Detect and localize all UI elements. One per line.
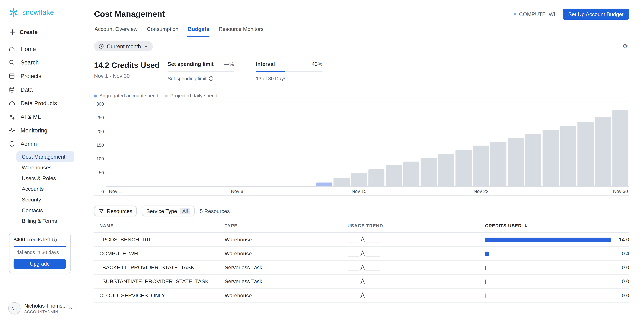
table-row[interactable]: CLOUD_SERVICES_ONLYWarehouse0.0 (94, 288, 629, 302)
sidebar-item-search[interactable]: Search (0, 56, 80, 69)
warehouse-context[interactable]: COMPUTE_WH (514, 11, 558, 17)
interval-days: 13 of 30 Days (256, 76, 286, 81)
chart-bar-projected-daily-spend[interactable] (595, 117, 611, 186)
y-axis-tick: 100 (93, 156, 104, 161)
resource-type: Warehouse (225, 250, 348, 256)
user-menu[interactable]: NT Nicholas Thoms... ACCOUNTADMIN (0, 297, 80, 322)
chart-bar-projected-daily-spend[interactable] (334, 178, 350, 186)
column-header-type[interactable]: TYPE (225, 223, 348, 228)
sidebar-subitem-warehouses[interactable]: Warehouses (16, 162, 74, 173)
tab-consumption[interactable]: Consumption (146, 26, 179, 37)
tab-account-overview[interactable]: Account Overview (94, 26, 138, 37)
chart-bar-projected-daily-spend[interactable] (525, 134, 542, 186)
column-header-usage-trend[interactable]: USAGE TREND (348, 223, 485, 228)
table-row[interactable]: TPCDS_BENCH_10TWarehouse14.0 (94, 233, 629, 247)
setup-account-budget-button[interactable]: Set Up Account Budget (562, 9, 629, 20)
create-button[interactable]: Create (0, 24, 80, 42)
create-label: Create (20, 29, 38, 35)
chart-bar-aggregated-account-spend[interactable] (316, 182, 332, 186)
summary-row: 14.2 Credits Used Nov 1 - Nov 30 Set spe… (94, 61, 629, 81)
resource-type: Serverless Task (225, 278, 348, 284)
sidebar-subitem-users-roles[interactable]: Users & Roles (16, 173, 74, 183)
resource-type: Warehouse (225, 292, 348, 298)
y-axis-tick: 0 (93, 189, 104, 194)
activity-icon (8, 126, 16, 134)
sidebar-item-ai-ml[interactable]: AI & ML (0, 110, 80, 123)
table-row[interactable]: COMPUTE_WHWarehouse0.4 (94, 247, 629, 260)
resources-table-header: NAME TYPE USAGE TREND CREDITS USED (94, 223, 629, 233)
service-type-label: Service Type (146, 208, 177, 214)
legend-item-aggregated-account-spend: Aggregated account spend (94, 93, 158, 99)
chart-bar-projected-daily-spend[interactable] (351, 173, 367, 186)
refresh-icon[interactable]: ⟳ (622, 42, 629, 50)
chart-bar-projected-daily-spend[interactable] (560, 126, 576, 186)
snowflake-logo-icon (8, 8, 19, 18)
sidebar-item-label: Home (20, 46, 36, 52)
chart-bar-projected-daily-spend[interactable] (578, 122, 594, 186)
chart-bar-projected-daily-spend[interactable] (403, 162, 420, 186)
interval-label: Interval (256, 61, 275, 67)
chart-bar-projected-daily-spend[interactable] (490, 142, 507, 186)
info-icon[interactable] (208, 76, 213, 81)
resources-filter-label: Resources (107, 208, 132, 214)
section-divider (94, 195, 629, 196)
resources-filter-chip[interactable]: Resources (94, 205, 137, 216)
warehouse-name: COMPUTE_WH (519, 11, 558, 17)
upgrade-button[interactable]: Upgrade (14, 259, 66, 269)
table-row[interactable]: _SUBSTANTIATE_PROVIDER_STATE_TASKServerl… (94, 275, 629, 288)
sidebar-subitem-billing-terms[interactable]: Billing & Terms (16, 215, 74, 226)
cloud-icon (8, 99, 16, 107)
legend-dot (165, 94, 168, 97)
spending-limit-track (168, 71, 234, 72)
y-axis-tick: 200 (93, 129, 104, 134)
chart-bar-projected-daily-spend[interactable] (368, 169, 385, 186)
snowflake-logo[interactable]: snowflake (0, 0, 80, 24)
sidebar-item-data-products[interactable]: Data Products (0, 96, 80, 110)
info-icon[interactable] (52, 237, 57, 242)
plus-icon (10, 29, 15, 35)
sidebar-subitem-cost-management[interactable]: Cost Management (16, 151, 74, 162)
interval-value: 43% (312, 61, 322, 67)
chart-bar-projected-daily-spend[interactable] (456, 150, 472, 186)
x-axis-tick: Nov 22 (474, 189, 488, 194)
column-header-credits-used[interactable]: CREDITS USED (485, 223, 629, 228)
usage-trend-sparkline (348, 235, 485, 244)
search-icon (8, 59, 16, 66)
chart-bar-projected-daily-spend[interactable] (612, 110, 629, 186)
credits-value: 0.0 (613, 264, 629, 271)
sidebar-item-admin[interactable]: Admin (0, 137, 80, 151)
sidebar-item-home[interactable]: Home (0, 42, 80, 56)
chart-bar-projected-daily-spend[interactable] (543, 130, 559, 186)
sidebar-subitem-security[interactable]: Security (16, 194, 74, 205)
tab-budgets[interactable]: Budgets (188, 26, 210, 37)
tab-resource-monitors[interactable]: Resource Monitors (218, 26, 264, 37)
usage-trend-sparkline (348, 277, 485, 285)
service-type-filter-chip[interactable]: Service Type All (142, 205, 195, 216)
sidebar-item-data[interactable]: Data (0, 83, 80, 96)
chevron-up-icon (68, 306, 73, 311)
chart-bar-projected-daily-spend[interactable] (473, 146, 489, 186)
y-axis-tick: 300 (93, 102, 104, 106)
y-axis-tick: 50 (93, 170, 104, 175)
column-header-name[interactable]: NAME (94, 223, 225, 228)
sidebar-item-label: Projects (20, 73, 41, 79)
chart-bar-projected-daily-spend[interactable] (508, 138, 524, 186)
chart-bar-projected-daily-spend[interactable] (386, 165, 402, 186)
service-type-value-badge: All (180, 208, 190, 214)
set-spending-limit-link[interactable]: Set spending limit (168, 76, 206, 81)
x-axis-tick: Nov 1 (109, 189, 121, 194)
sidebar-subitem-contacts[interactable]: Contacts (16, 205, 74, 216)
chart-bar-projected-daily-spend[interactable] (438, 154, 454, 186)
chart-bar-projected-daily-spend[interactable] (420, 158, 437, 186)
period-filter[interactable]: Current month (94, 41, 153, 51)
tab-bar: Account OverviewConsumptionBudgetsResour… (94, 26, 629, 37)
sidebar-subitem-accounts[interactable]: Accounts (16, 183, 74, 194)
table-row[interactable]: _BACKFILL_PROVIDER_STATE_TASKServerless … (94, 261, 629, 275)
sidebar-item-monitoring[interactable]: Monitoring (0, 123, 80, 137)
trial-ends-text: Trial ends in 30 days (14, 250, 66, 255)
resources-count: 5 Resources (200, 208, 230, 214)
ellipsis-menu-icon[interactable]: ··· (60, 237, 66, 243)
resource-name: COMPUTE_WH (94, 250, 225, 256)
spending-limit-value: —% (224, 61, 234, 67)
sidebar-item-projects[interactable]: Projects (0, 69, 80, 83)
